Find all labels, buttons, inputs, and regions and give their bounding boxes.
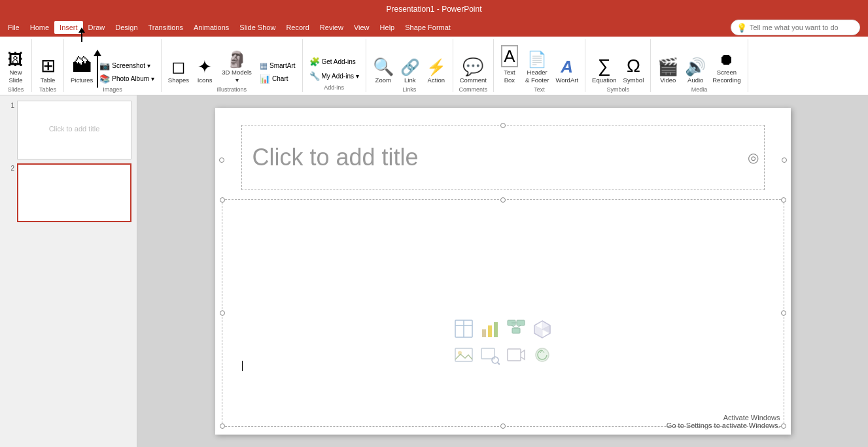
chart-button[interactable]: 📊 Chart bbox=[257, 73, 298, 85]
pictures-button[interactable]: 🏔 Pictures bbox=[68, 41, 95, 85]
get-addins-button[interactable]: 🧩 Get Add-ins bbox=[307, 55, 362, 69]
3d-models-label: 3D Models ▾ bbox=[220, 69, 253, 84]
ribbon-group-links: 🔍 Zoom 🔗 Link ⚡ Action Links bbox=[366, 39, 453, 92]
insert-smartart-icon[interactable] bbox=[504, 317, 528, 340]
insert-chart-icon[interactable] bbox=[478, 317, 502, 340]
symbols-group-label: Symbols bbox=[606, 86, 629, 93]
shapes-icon: ◻ bbox=[171, 58, 186, 75]
header-footer-button[interactable]: 📄 Header& Footer bbox=[523, 41, 551, 85]
photo-album-button[interactable]: 📚 Photo Album ▾ bbox=[97, 73, 156, 85]
tell-me-bar[interactable]: 💡 bbox=[731, 20, 860, 35]
smartart-button[interactable]: ▦ SmartArt bbox=[257, 59, 298, 72]
handle-content-top-left[interactable] bbox=[220, 197, 225, 203]
canvas-area: Click to add title ◎ bbox=[137, 95, 868, 447]
icons-button[interactable]: ✦ Icons bbox=[193, 41, 217, 85]
slide-item-2[interactable]: 2 bbox=[5, 163, 131, 222]
3d-models-icon: 🗿 bbox=[227, 52, 247, 67]
screenshot-button[interactable]: 📷 Screenshot ▾ bbox=[97, 59, 156, 72]
video-button[interactable]: 🎬 Video bbox=[655, 41, 681, 85]
title-placeholder[interactable]: Click to add title ◎ bbox=[241, 125, 765, 190]
my-addins-button[interactable]: 🔧 My Add-ins ▾ bbox=[307, 69, 362, 83]
screen-recording-button[interactable]: ⏺ ScreenRecording bbox=[710, 41, 743, 85]
slide-thumbnail-1[interactable]: Click to add title bbox=[17, 101, 131, 159]
menu-item-view[interactable]: View bbox=[349, 21, 375, 34]
link-label: Link bbox=[404, 76, 415, 84]
insert-3d-icon[interactable] bbox=[530, 317, 554, 340]
equation-button[interactable]: ∑ Equation bbox=[589, 41, 619, 85]
zoom-icon: 🔍 bbox=[373, 58, 394, 75]
table-icon: ⊞ bbox=[41, 57, 56, 75]
audio-label: Audio bbox=[687, 76, 703, 84]
svg-rect-8 bbox=[512, 328, 520, 333]
handle-title-right[interactable] bbox=[782, 157, 787, 163]
handle-title-left[interactable] bbox=[219, 157, 224, 163]
handle-top-center[interactable] bbox=[500, 123, 506, 128]
menu-item-design[interactable]: Design bbox=[110, 21, 143, 34]
menu-item-review[interactable]: Review bbox=[315, 21, 349, 34]
addins-group-label: Add-ins bbox=[324, 84, 344, 91]
new-slide-icon: 🖼 bbox=[8, 52, 24, 67]
chart-label: Chart bbox=[272, 75, 288, 82]
handle-content-bot-center[interactable] bbox=[500, 423, 506, 429]
menu-item-slideshow[interactable]: Slide Show bbox=[234, 21, 281, 34]
smartart-target-icon: ◎ bbox=[748, 150, 759, 165]
slide-item-1[interactable]: 1 Click to add title bbox=[5, 101, 131, 159]
content-placeholder[interactable] bbox=[222, 199, 784, 427]
header-footer-label: Header& Footer bbox=[525, 69, 549, 84]
menu-item-insert[interactable]: Insert bbox=[54, 21, 83, 34]
menu-item-file[interactable]: File bbox=[3, 21, 25, 34]
menu-item-help[interactable]: Help bbox=[375, 21, 400, 34]
slide-number-2: 2 bbox=[5, 163, 14, 172]
illustrations-group-label: Illustrations bbox=[217, 86, 247, 93]
insert-picture-icon[interactable] bbox=[452, 343, 476, 367]
handle-content-bot-left[interactable] bbox=[220, 423, 225, 429]
link-button[interactable]: 🔗 Link bbox=[398, 41, 423, 85]
handle-content-top-right[interactable] bbox=[781, 197, 786, 203]
3d-models-button[interactable]: 🗿 3D Models ▾ bbox=[218, 41, 256, 85]
link-icon: 🔗 bbox=[400, 59, 420, 75]
insert-icons-content-icon[interactable] bbox=[530, 343, 554, 367]
equation-label: Equation bbox=[592, 76, 617, 84]
ribbon-group-media: 🎬 Video 🔊 Audio ⏺ ScreenRecording Media bbox=[651, 39, 748, 92]
menu-item-record[interactable]: Record bbox=[281, 21, 314, 34]
handle-content-bot-right[interactable] bbox=[781, 423, 786, 429]
slide-thumbnail-2[interactable] bbox=[17, 163, 131, 222]
svg-rect-16 bbox=[455, 348, 472, 361]
insert-online-picture-icon[interactable] bbox=[478, 343, 502, 367]
zoom-button[interactable]: 🔍 Zoom bbox=[370, 41, 396, 85]
menu-item-animations[interactable]: Animations bbox=[188, 21, 234, 34]
activate-line1: Activate Windows bbox=[667, 414, 780, 422]
wordart-button[interactable]: A WordArt bbox=[553, 41, 581, 85]
comment-button[interactable]: 💬 Comment bbox=[457, 41, 489, 85]
slides-group-label: Slides bbox=[8, 86, 24, 93]
textbox-button[interactable]: A TextBox bbox=[498, 41, 521, 85]
menu-item-transitions[interactable]: Transitions bbox=[143, 21, 188, 34]
photo-album-label: Photo Album ▾ bbox=[112, 75, 154, 82]
insert-table-icon[interactable] bbox=[452, 317, 476, 340]
handle-content-mid-right[interactable] bbox=[781, 310, 786, 316]
insert-video-icon[interactable] bbox=[504, 343, 528, 367]
handle-content-top-center[interactable] bbox=[500, 197, 506, 203]
action-icon: ⚡ bbox=[426, 59, 446, 75]
audio-button[interactable]: 🔊 Audio bbox=[682, 41, 708, 85]
svg-rect-7 bbox=[517, 320, 525, 325]
video-label: Video bbox=[660, 76, 676, 84]
title-bar: Presentation1 - PowerPoint bbox=[0, 0, 868, 18]
menu-item-draw[interactable]: Draw bbox=[83, 21, 111, 34]
action-button[interactable]: ⚡ Action bbox=[424, 41, 449, 85]
handle-content-mid-left[interactable] bbox=[220, 310, 225, 316]
menu-item-home[interactable]: Home bbox=[25, 21, 54, 34]
menu-item-shapeformat[interactable]: Shape Format bbox=[400, 21, 456, 34]
action-label: Action bbox=[428, 76, 445, 84]
new-slide-label: NewSlide bbox=[9, 69, 22, 84]
shapes-button[interactable]: ◻ Shapes bbox=[165, 41, 192, 85]
activate-windows-watermark: Activate Windows Go to Settings to activ… bbox=[667, 414, 780, 429]
slide-number-1: 1 bbox=[5, 101, 14, 109]
comment-icon: 💬 bbox=[462, 58, 483, 75]
ribbon-group-comments: 💬 Comment Comments bbox=[453, 39, 494, 92]
slide-canvas[interactable]: Click to add title ◎ bbox=[215, 108, 791, 435]
symbol-button[interactable]: Ω Symbol bbox=[621, 41, 647, 85]
new-slide-button[interactable]: 🖼 NewSlide bbox=[4, 41, 27, 85]
tell-me-input[interactable] bbox=[750, 24, 854, 31]
table-button[interactable]: ⊞ Table bbox=[36, 41, 60, 85]
